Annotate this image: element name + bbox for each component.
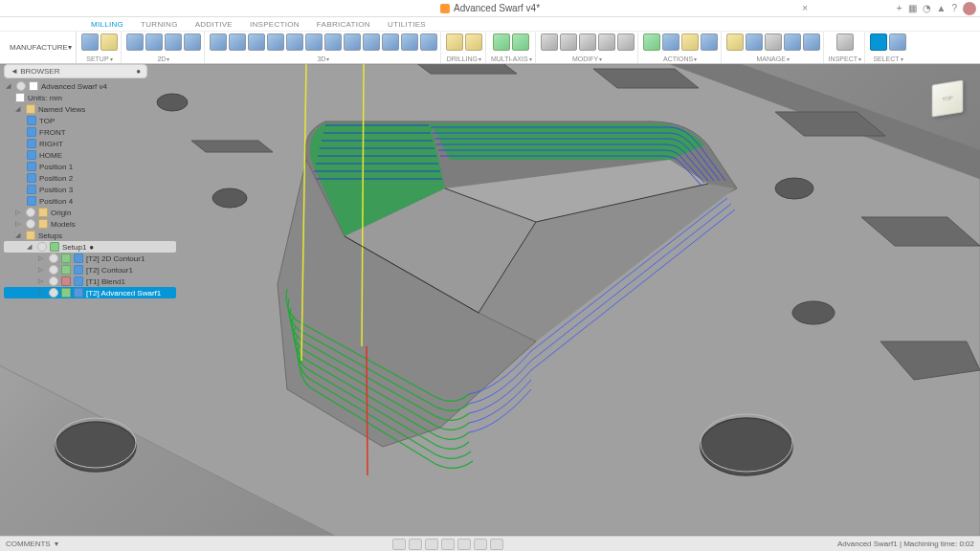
3d-adaptive-icon[interactable] [210, 33, 227, 51]
3d-radial-icon[interactable] [382, 33, 399, 51]
tree-units[interactable]: Units: mm [4, 92, 176, 103]
2d-adaptive-icon[interactable] [126, 33, 144, 51]
tree-setup1[interactable]: ◢Setup1 ● [4, 241, 176, 253]
browser-tree: ◢Advanced Swarf v4 Units: mm ◢Named View… [4, 80, 176, 298]
measure-icon[interactable] [836, 33, 854, 51]
tree-named-views[interactable]: ◢Named Views [4, 103, 176, 115]
modify-5-icon[interactable] [617, 33, 635, 51]
drill-icon[interactable] [446, 33, 463, 51]
titlebar-actions: + ▦ ◔ ▲ ? [897, 2, 976, 15]
3d-parallel-icon[interactable] [248, 33, 265, 51]
tree-models[interactable]: ▷Models [4, 218, 176, 230]
tree-view-right[interactable]: RIGHT [4, 138, 176, 149]
2d-pocket-icon[interactable] [145, 33, 163, 51]
3d-pencil-icon[interactable] [324, 33, 342, 51]
3d-ramp-icon[interactable] [286, 33, 303, 51]
fit-icon[interactable] [441, 539, 455, 550]
modify-label[interactable]: MODIFY [572, 55, 602, 63]
tree-origin[interactable]: ▷Origin [4, 207, 176, 218]
viewports-icon[interactable] [490, 539, 503, 550]
pan-icon[interactable] [409, 539, 422, 550]
simulate-icon[interactable] [662, 33, 679, 51]
zoom-icon[interactable] [425, 539, 438, 550]
manage-4-icon[interactable] [784, 33, 801, 51]
workspace-switcher[interactable]: MANUFACTURE ▾ [6, 32, 77, 63]
machine-library-icon[interactable] [765, 33, 782, 51]
silhouette-icon[interactable] [541, 33, 558, 51]
3d-contour-icon[interactable] [267, 33, 284, 51]
new-tab-icon[interactable]: + [897, 3, 902, 13]
3d-morphed-icon[interactable] [401, 33, 418, 51]
browser-panel: ◄ BROWSER ● ◢Advanced Swarf v4 Units: mm… [4, 64, 176, 298]
tab-fabrication[interactable]: FABRICATION [317, 20, 370, 29]
swarf-icon[interactable] [493, 33, 510, 51]
tool-library-icon[interactable] [726, 33, 744, 51]
view-cube[interactable]: ⌂ TOP [923, 74, 970, 121]
tab-milling[interactable]: MILLING [91, 20, 123, 29]
tree-view-front[interactable]: FRONT [4, 126, 176, 138]
extensions-icon[interactable]: ▲ [937, 3, 947, 13]
orbit-icon[interactable] [392, 539, 406, 550]
2d-face-icon[interactable] [165, 33, 182, 51]
generate-icon[interactable] [643, 33, 660, 51]
browser-header[interactable]: ◄ BROWSER ● [4, 64, 147, 78]
tree-root[interactable]: ◢Advanced Swarf v4 [4, 80, 176, 92]
select-label[interactable]: SELECT [873, 55, 902, 63]
3d-pocket-icon[interactable] [229, 33, 246, 51]
setup-icon[interactable] [81, 33, 99, 51]
delete-passes-icon[interactable] [579, 33, 596, 51]
comments-toggle[interactable]: COMMENTS ▾ [6, 540, 58, 548]
tab-turning[interactable]: TURNING [141, 20, 178, 29]
tree-setups[interactable]: ◢Setups [4, 230, 176, 241]
multiaxis-contour-icon[interactable] [512, 33, 529, 51]
user-avatar[interactable] [963, 2, 976, 15]
toolpath-trim-icon[interactable] [560, 33, 577, 51]
status-bar: COMMENTS ▾ Advanced Swarf1 | Machining t… [0, 536, 980, 551]
post-process-icon[interactable] [681, 33, 699, 51]
display-settings-icon[interactable] [457, 539, 471, 550]
setup-label[interactable]: SETUP [86, 55, 112, 63]
setup-sheet-icon[interactable] [701, 33, 718, 51]
tree-op-blend1[interactable]: ▷[T1] Blend1 [4, 276, 176, 287]
grid-icon[interactable] [474, 539, 487, 550]
browser-pin-icon[interactable]: ● [136, 67, 141, 76]
viewcube-home-icon[interactable]: ⌂ [921, 72, 925, 81]
tree-view-home[interactable]: HOME [4, 149, 176, 161]
3d-scallop-icon[interactable] [344, 33, 361, 51]
drilling-label[interactable]: DRILLING [447, 55, 481, 63]
help-icon[interactable]: ? [951, 3, 957, 13]
tab-utilities[interactable]: UTILITIES [388, 20, 426, 29]
svg-point-11 [792, 301, 835, 324]
tree-view-pos3[interactable]: Position 3 [4, 184, 176, 195]
3d-project-icon[interactable] [420, 33, 437, 51]
2d-label[interactable]: 2D [157, 55, 169, 63]
tree-view-pos4[interactable]: Position 4 [4, 195, 176, 207]
viewcube-face[interactable]: TOP [932, 79, 964, 117]
window-select-icon[interactable] [889, 33, 906, 51]
tree-op-advanced-swarf[interactable]: ▷[T2] Advanced Swarf1 [4, 287, 176, 298]
3d-label[interactable]: 3D [317, 55, 329, 63]
2d-contour-icon[interactable] [184, 33, 201, 51]
tab-inspection[interactable]: INSPECTION [250, 20, 300, 29]
inspect-label[interactable]: INSPECT [829, 55, 861, 63]
tree-view-top[interactable]: TOP [4, 115, 176, 126]
task-manager-icon[interactable] [746, 33, 763, 51]
tree-view-pos2[interactable]: Position 2 [4, 172, 176, 184]
select-icon[interactable] [870, 33, 887, 51]
multiaxis-label[interactable]: MULTI-AXIS [491, 55, 532, 63]
manage-5-icon[interactable] [803, 33, 820, 51]
3d-horizontal-icon[interactable] [305, 33, 323, 51]
modify-4-icon[interactable] [598, 33, 615, 51]
tab-additive[interactable]: ADDITIVE [195, 20, 233, 29]
hole-recognition-icon[interactable] [465, 33, 482, 51]
data-panel-icon[interactable]: ▦ [908, 3, 917, 13]
notifications-icon[interactable]: ◔ [923, 3, 931, 13]
tree-op-contour1[interactable]: ▷[T2] Contour1 [4, 264, 176, 276]
manage-label[interactable]: MANAGE [756, 55, 789, 63]
nc-program-icon[interactable] [100, 33, 118, 51]
tree-op-2dcontour[interactable]: ▷[T2] 2D Contour1 [4, 253, 176, 264]
close-document-icon[interactable]: × [802, 3, 808, 13]
actions-label[interactable]: ACTIONS [663, 55, 697, 63]
tree-view-pos1[interactable]: Position 1 [4, 161, 176, 172]
3d-spiral-icon[interactable] [363, 33, 380, 51]
